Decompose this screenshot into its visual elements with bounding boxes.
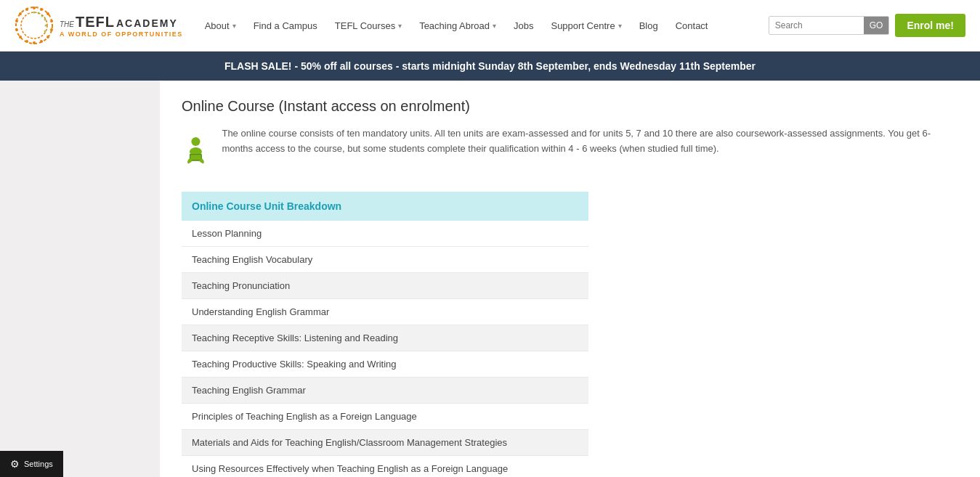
intro-section: The online course consists of ten mandat…	[182, 126, 954, 177]
svg-point-14	[19, 12, 22, 15]
nav-blog[interactable]: Blog	[632, 15, 665, 37]
nav-find-campus[interactable]: Find a Campus	[246, 15, 325, 37]
unit-row-5: Teaching Productive Skills: Speaking and…	[182, 351, 588, 378]
svg-point-10	[25, 40, 28, 43]
unit-row-3: Understanding English Grammar	[182, 299, 588, 325]
nav-tefl-courses[interactable]: TEFL Courses ▾	[328, 15, 409, 37]
unit-row-2: Teaching Pronunciation	[182, 273, 588, 299]
svg-point-4	[46, 12, 49, 15]
svg-point-1	[21, 12, 47, 38]
svg-point-3	[40, 8, 43, 11]
about-chevron-icon: ▾	[232, 22, 236, 30]
enrol-button[interactable]: Enrol me!	[895, 14, 965, 37]
svg-point-9	[33, 41, 36, 44]
svg-point-18	[41, 15, 44, 17]
units-list: Lesson PlanningTeaching English Vocabula…	[182, 221, 588, 477]
search-go-button[interactable]: GO	[864, 17, 889, 34]
svg-point-2	[33, 7, 36, 9]
svg-point-13	[15, 20, 18, 23]
unit-row-6: Teaching English Grammar	[182, 378, 588, 404]
site-header: THE TEFL ACADEMY A WORLD OF OPPORTUNITIE…	[0, 0, 980, 52]
svg-point-5	[50, 20, 53, 23]
svg-point-20	[45, 25, 47, 27]
svg-point-19	[44, 19, 46, 21]
main-nav: About ▾ Find a Campus TEFL Courses ▾ Tea…	[198, 15, 769, 37]
svg-point-8	[40, 40, 43, 43]
logo-icon	[15, 6, 54, 45]
svg-point-22	[191, 137, 200, 146]
unit-row-4: Teaching Receptive Skills: Listening and…	[182, 325, 588, 351]
logo-text: THE TEFL ACADEMY A WORLD OF OPPORTUNITIE…	[60, 14, 183, 38]
svg-point-7	[46, 36, 49, 38]
settings-bar[interactable]: ⚙ Settings	[0, 451, 63, 477]
nav-support-centre[interactable]: Support Centre ▾	[543, 15, 628, 37]
unit-row-9: Using Resources Effectively when Teachin…	[182, 456, 588, 477]
logo-tagline: A WORLD OF OPPORTUNITIES	[60, 30, 183, 38]
svg-point-17	[38, 12, 40, 15]
nav-teaching-abroad[interactable]: Teaching Abroad ▾	[412, 15, 503, 37]
page-title: Online Course (Instant access on enrolme…	[182, 98, 954, 115]
breakdown-header: Online Course Unit Breakdown	[182, 192, 588, 221]
nav-contact[interactable]: Contact	[668, 15, 716, 37]
unit-row-1: Teaching English Vocabulary	[182, 247, 588, 273]
svg-point-11	[19, 36, 22, 38]
svg-point-6	[50, 28, 53, 31]
svg-point-15	[25, 8, 28, 11]
nav-jobs[interactable]: Jobs	[506, 15, 540, 37]
intro-text: The online course consists of ten mandat…	[222, 126, 954, 157]
breakdown-section: Online Course Unit Breakdown Lesson Plan…	[182, 192, 588, 477]
teaching-abroad-chevron-icon: ▾	[493, 22, 496, 30]
svg-point-21	[44, 30, 46, 33]
svg-rect-25	[190, 155, 201, 160]
unit-row-7: Principles of Teaching English as a Fore…	[182, 404, 588, 430]
gear-icon: ⚙	[10, 458, 20, 470]
flash-banner: FLASH SALE! - 50% off all courses - star…	[0, 52, 980, 81]
svg-point-12	[15, 28, 18, 31]
search-input[interactable]	[769, 17, 864, 34]
courses-chevron-icon: ▾	[398, 22, 402, 30]
logo[interactable]: THE TEFL ACADEMY A WORLD OF OPPORTUNITIE…	[15, 6, 183, 45]
sidebar	[0, 81, 160, 477]
unit-row-0: Lesson Planning	[182, 221, 588, 247]
unit-row-8: Materials and Aids for Teaching English/…	[182, 430, 588, 456]
student-icon	[182, 126, 210, 177]
search-box: GO	[769, 16, 890, 35]
support-chevron-icon: ▾	[618, 22, 622, 30]
nav-about[interactable]: About ▾	[198, 15, 243, 37]
content-panel: Online Course (Instant access on enrolme…	[160, 81, 980, 477]
svg-point-16	[33, 12, 36, 14]
header-right: GO Enrol me!	[769, 14, 965, 37]
